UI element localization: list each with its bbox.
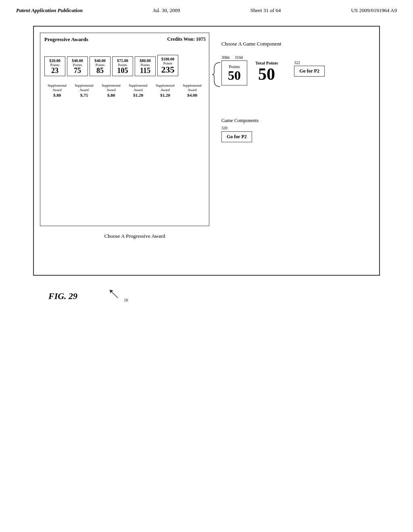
right-panel: Choose A Game Component 308d 310d <box>213 33 373 239</box>
ref-320: 320 <box>221 126 373 130</box>
supp-item-5: Supplemental Award $1.20 <box>152 83 178 98</box>
figure-inner: Progressive Awards Credits Won: 1075 $20… <box>40 33 373 239</box>
brace-svg <box>210 60 222 89</box>
game-components-label: Game Components <box>221 118 373 124</box>
total-points-value: 50 <box>255 66 278 83</box>
supp-label-3: Supplemental Award <box>98 83 124 92</box>
award-points-value-6: 235 <box>161 65 175 74</box>
ref-310d: 310d <box>235 55 243 60</box>
figure-number: FIG. 29 <box>48 291 77 301</box>
supp-item-3: Supplemental Award $.80 <box>98 83 124 98</box>
figure-ref-area: 16 <box>106 288 122 301</box>
award-points-value-2: 75 <box>74 67 81 74</box>
supp-value-6: $4.00 <box>179 92 205 98</box>
award-col-5: $80.00 Points 115 <box>135 56 156 76</box>
header-date: Jul. 30, 2009 <box>153 7 180 14</box>
supp-label-1: Supplemental Award <box>44 83 70 92</box>
award-col-1: $20.00 Points 23 <box>44 56 65 76</box>
award-points-value-4: 105 <box>117 67 128 74</box>
game-component-area: 308d 310d <box>221 55 373 85</box>
figure-caption: FIG. 29 16 <box>24 288 389 301</box>
supp-value-1: $.80 <box>44 92 70 98</box>
credits-won: Credits Won: 1075 <box>167 36 206 42</box>
choose-progressive-text: Choose A Progressive Award <box>104 233 165 239</box>
progressive-awards-box: Progressive Awards Credits Won: 1075 $20… <box>40 33 209 226</box>
award-col-3: $40.00 Points 85 <box>90 56 111 76</box>
supp-label-5: Supplemental Award <box>152 83 178 92</box>
supp-value-3: $.80 <box>98 92 124 98</box>
right-panel-inner: Choose A Game Component 308d 310d <box>213 33 373 142</box>
award-amount-4: $75.00 <box>117 58 128 63</box>
game-row: Points 50 Total Points 50 <box>221 60 373 85</box>
page-wrapper: Patent Application Publication Jul. 30, … <box>0 0 413 310</box>
points-value-inner: 50 <box>228 69 241 82</box>
award-col-6: $100.00 Points 235 <box>157 55 178 76</box>
supp-label-2: Supplemental Award <box>71 83 97 92</box>
ref-16: 16 <box>124 298 128 302</box>
ref-labels-row: 308d 310d <box>221 55 373 60</box>
award-amount-2: $40.00 <box>72 58 83 63</box>
ref-308d: 308d <box>221 55 229 60</box>
main-content: Progressive Awards Credits Won: 1075 $20… <box>0 18 413 310</box>
supp-item-6: Supplemental Award $4.00 <box>179 83 205 98</box>
supp-item-4: Supplemental Award $1.20 <box>125 83 151 98</box>
award-col-2: $40.00 Points 75 <box>67 56 88 76</box>
award-points-value-1: 23 <box>51 67 58 74</box>
award-col-4: $75.00 Points 105 <box>112 56 133 76</box>
award-amount-1: $20.00 <box>49 58 60 63</box>
supp-label-6: Supplemental Award <box>179 83 205 92</box>
header-sheet: Sheet 31 of 64 <box>250 7 281 14</box>
figure-box: Progressive Awards Credits Won: 1075 $20… <box>33 26 380 276</box>
choose-game-text: Choose A Game Component <box>221 41 281 47</box>
header-patent: US 2009/0191964 A9 <box>351 7 397 14</box>
award-amount-3: $40.00 <box>94 58 106 63</box>
points-display-box: Points 50 <box>221 60 247 85</box>
go-for-p2-bottom[interactable]: Go for P2 <box>221 131 252 142</box>
award-points-value-3: 85 <box>96 67 104 74</box>
supp-value-4: $1.20 <box>125 92 151 98</box>
go-for-p2-top[interactable]: Go for P2 <box>294 66 325 77</box>
choose-progressive-label: Choose A Progressive Award <box>40 232 213 239</box>
arrow-svg <box>106 288 122 300</box>
supp-value-2: $.75 <box>71 92 97 98</box>
awards-columns: $20.00 Points 23 $40.00 Points 75 <box>44 55 205 80</box>
supp-item-2: Supplemental Award $.75 <box>71 83 97 98</box>
page-header: Patent Application Publication Jul. 30, … <box>0 0 413 18</box>
award-points-value-5: 115 <box>140 67 150 74</box>
supp-label-4: Supplemental Award <box>125 83 151 92</box>
points-box-wrapper: Points 50 <box>221 60 247 85</box>
choose-game-label: Choose A Game Component <box>221 41 373 47</box>
award-amount-6: $100.00 <box>161 57 175 61</box>
total-points-display: Total Points 50 <box>255 60 278 83</box>
game-components-section: Game Components 320 Go for P2 <box>221 118 373 142</box>
go-for-p2-top-wrapper: 322 Go for P2 <box>294 60 325 77</box>
ref-322: 322 <box>294 60 325 65</box>
supplemental-row: Supplemental Award $.80 Supplemental Awa… <box>44 83 205 98</box>
left-panel: Progressive Awards Credits Won: 1075 $20… <box>40 33 213 239</box>
header-publication: Patent Application Publication <box>16 7 83 14</box>
supp-value-5: $1.20 <box>152 92 178 98</box>
award-amount-5: $80.00 <box>140 58 151 63</box>
supp-item-1: Supplemental Award $.80 <box>44 83 70 98</box>
